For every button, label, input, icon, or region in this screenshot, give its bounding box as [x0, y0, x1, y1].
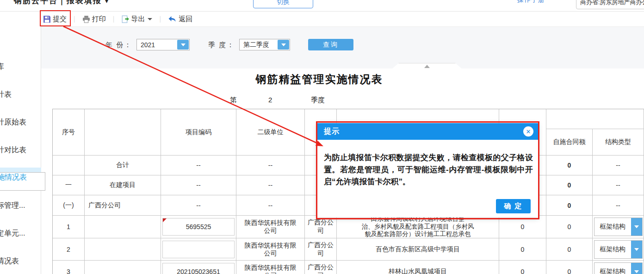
submit-label: 提交 — [53, 15, 67, 24]
collapse-panel-handle[interactable] — [392, 63, 462, 69]
cell-code — [161, 238, 236, 261]
cell-pname: 百色市百东新区高级中学项目 — [337, 238, 499, 261]
sidebar-item[interactable]: 标管理... — [0, 201, 25, 211]
cell-stype: -- — [593, 156, 644, 175]
back-arrow-icon — [168, 15, 177, 23]
cell-unit3: 广西分公司 — [305, 216, 337, 238]
year-select[interactable]: 2021 — [136, 39, 190, 50]
column-header-unit2: 二级单位 — [236, 109, 305, 156]
cell-name — [85, 216, 161, 238]
structure-type-select[interactable]: 框架结构 — [594, 240, 643, 259]
cell-amt2: 0 — [546, 238, 593, 261]
sidebar-item[interactable]: 情况表 — [0, 256, 19, 266]
print-button[interactable]: 打印 — [82, 15, 106, 24]
cell-name — [85, 261, 161, 274]
cell-unit2: -- — [236, 156, 305, 175]
project-code-input[interactable]: 5695525 — [162, 218, 235, 236]
submit-button[interactable]: 提交 — [43, 15, 67, 24]
cell-code: -- — [161, 195, 236, 216]
structure-type-select[interactable]: 框架结构 — [594, 218, 643, 236]
select-dropdown-button[interactable] — [631, 241, 642, 258]
topbar-link-partial[interactable]: 操作手册 — [517, 0, 545, 4]
cell-code: -- — [161, 156, 236, 175]
cell-name — [85, 238, 161, 261]
cell-amt1: 0 — [499, 216, 546, 238]
quarter-select[interactable]: 第二季度 — [239, 39, 290, 50]
project-code-input[interactable] — [162, 241, 235, 258]
cell-seq: 2 — [53, 238, 85, 261]
switch-button-partial[interactable]: 切换 — [253, 0, 313, 8]
sidebar-item[interactable]: 计对比表 — [0, 145, 26, 155]
cell-pname: 桂林山水凤凰城项目 — [337, 261, 499, 274]
close-icon[interactable]: ✕ — [523, 126, 533, 137]
chevron-down-icon — [634, 270, 639, 273]
chevron-down-icon — [148, 18, 152, 20]
column-header-amt2: 自施合同额 — [546, 129, 593, 156]
cell-unit2: 陕西华筑科技有限公司 — [236, 261, 305, 274]
period-prefix: 第 — [230, 96, 237, 105]
cell-name: 在建项目 — [85, 175, 161, 195]
chevron-down-icon — [634, 225, 639, 228]
cell-name: 广西分公司 — [85, 195, 161, 216]
cell-name: 合计 — [85, 156, 161, 175]
cell-seq — [53, 156, 85, 175]
select-dropdown-button[interactable] — [631, 218, 642, 236]
export-label: 导出 — [131, 15, 145, 24]
cell-seq: (一) — [53, 195, 85, 216]
cell-unit2: 陕西华筑科技有限公司 — [236, 238, 305, 261]
toolbar: 提交 ｜ 打印 ｜ 导出 ｜ 返回 — [41, 12, 644, 26]
cell-amt2: 0 — [546, 195, 593, 216]
cell-amt1: 0 — [499, 261, 546, 274]
year-label: 年 份： — [105, 41, 132, 50]
sidebar-item[interactable]: 定单元... — [0, 229, 25, 238]
dialog-message: 为防止填报笛卡尔积数据提交失败，请检查模板的父子格设置。若您是管理员，可于智能运… — [324, 152, 533, 188]
cell-amt2: 0 — [546, 175, 593, 195]
back-label: 返回 — [179, 15, 192, 24]
cell-amt2: 0 — [546, 216, 593, 238]
cell-stype: 框架结构 — [593, 261, 644, 274]
cell-stype: 框架结构 — [593, 238, 644, 261]
quarter-value: 第二季度 — [240, 39, 277, 50]
back-button[interactable]: 返回 — [168, 15, 192, 24]
export-button[interactable]: 导出 — [121, 15, 152, 24]
structure-type-select[interactable]: 框架结构 — [594, 262, 643, 274]
export-icon — [121, 15, 129, 23]
query-button[interactable]: 查询 — [308, 39, 353, 50]
topbar-select-partial[interactable]: 商办省:房东房地产商办公 — [576, 0, 644, 9]
sidebar-item[interactable]: 计原始表 — [0, 118, 26, 127]
report-title: 钢筋精益管理实施情况表 — [208, 72, 430, 87]
project-code-value: 5695525 — [186, 223, 211, 230]
structure-type-value: 框架结构 — [594, 263, 631, 274]
year-dropdown-button[interactable] — [177, 40, 189, 50]
sidebar-item-selected[interactable]: 施情况表 — [0, 172, 45, 191]
project-code-input[interactable]: 202105023651 — [162, 263, 235, 274]
chevron-up-icon — [424, 65, 430, 68]
cell-unit3: 广西分公司 — [305, 261, 337, 274]
sidebar-item[interactable]: 计表 — [0, 90, 12, 100]
alert-dialog: 提示 ✕ 为防止填报笛卡尔积数据提交失败，请检查模板的父子格设置。若您是管理员，… — [317, 123, 538, 218]
chevron-down-icon — [281, 44, 286, 46]
cell-stype: -- — [593, 175, 644, 195]
structure-type-value: 框架结构 — [594, 241, 631, 258]
select-dropdown-button[interactable] — [631, 263, 642, 274]
unit2-text: 陕西华筑科技有限公司 — [243, 264, 298, 274]
period-number: 2 — [268, 96, 272, 104]
save-icon — [43, 15, 51, 23]
cell-unit2: 陕西华筑科技有限公司 — [236, 216, 305, 238]
period-suffix: 季度 — [311, 96, 325, 105]
chevron-down-icon — [181, 44, 186, 46]
ok-button[interactable]: 确 定 — [496, 199, 531, 213]
project-name-text: 田东县祥周镇农村人居环境综合整 治、乡村风貌及配套路工程项目（乡村风 貌及配套路… — [362, 215, 474, 238]
cell-code: 5695525 — [161, 216, 236, 238]
cell-stype: 框架结构 — [593, 216, 644, 238]
unit2-text: 陕西华筑科技有限公司 — [243, 219, 298, 235]
cell-unit2: -- — [236, 195, 305, 216]
dialog-title: 提示 — [324, 127, 523, 137]
sidebar-item[interactable]: 库 — [0, 62, 4, 72]
cell-seq: 一 — [53, 175, 85, 195]
column-header-group — [546, 109, 644, 129]
column-header-code: 项目编码 — [161, 109, 236, 156]
printer-icon — [82, 15, 90, 23]
cell-amt1: 0 — [499, 238, 546, 261]
quarter-dropdown-button[interactable] — [278, 40, 289, 50]
